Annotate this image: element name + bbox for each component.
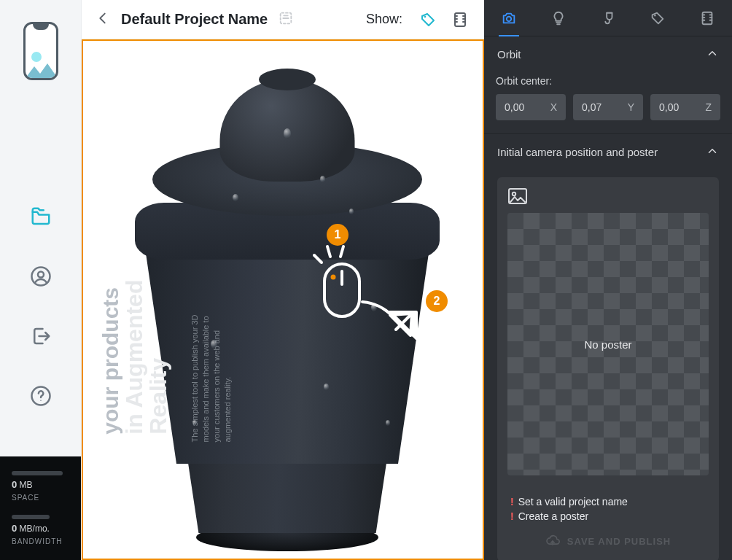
section-orbit-header[interactable]: Orbit (484, 36, 732, 72)
svg-point-17 (513, 192, 515, 195)
poster-dropzone[interactable]: No poster (507, 213, 709, 475)
svg-line-12 (340, 246, 343, 257)
svg-point-1 (38, 272, 44, 278)
show-label: Show: (366, 12, 402, 27)
app-sidebar: 0 MB SPACE 0 MB/mo. BANDWIDTH (0, 0, 82, 560)
viewport-canvas[interactable]: your products in Augmented Reality The s… (82, 39, 484, 560)
orbit-x-input[interactable]: 0,00X (496, 94, 566, 120)
hint-badge-1: 1 (327, 224, 349, 246)
logout-icon[interactable] (28, 324, 53, 349)
top-bar: Default Project Name Show: (82, 0, 484, 39)
inspector-panel: Orbit Orbit center: 0,00X 0,07Y 0,00Z In… (484, 0, 732, 560)
space-value: 0 (12, 479, 17, 490)
help-icon[interactable] (28, 384, 53, 408)
orbit-y-input[interactable]: 0,07Y (573, 94, 643, 120)
svg-point-13 (507, 16, 511, 20)
section-camera-title: Initial camera position and poster (497, 146, 658, 158)
section-orbit-title: Orbit (497, 48, 521, 61)
tab-lighting-icon[interactable] (542, 0, 575, 36)
section-camera: Initial camera position and poster No po… (484, 134, 732, 560)
section-orbit: Orbit Orbit center: 0,00X 0,07Y 0,00Z (484, 36, 732, 134)
bandwidth-label: BANDWIDTH (12, 537, 69, 545)
user-circle-icon[interactable] (28, 264, 53, 289)
folder-open-icon[interactable] (28, 204, 53, 229)
project-title[interactable]: Default Project Name (121, 11, 268, 28)
image-placeholder-icon[interactable] (507, 187, 709, 207)
svg-point-5 (424, 15, 427, 18)
hint-badge-2: 2 (426, 290, 448, 312)
toggle-dimensions-icon[interactable] (449, 9, 471, 31)
poster-card: No poster !Set a valid project name !Cre… (497, 177, 719, 560)
alert-create-poster: !Create a poster (510, 510, 706, 522)
toggle-tags-icon[interactable] (417, 9, 439, 31)
svg-point-14 (654, 15, 655, 16)
back-icon[interactable] (95, 10, 111, 29)
orbit-center-label: Orbit center: (496, 75, 720, 87)
svg-point-8 (331, 275, 336, 280)
svg-line-11 (327, 246, 330, 257)
tab-materials-icon[interactable] (592, 0, 624, 36)
svg-line-10 (314, 255, 322, 262)
orbit-hint-icon (311, 245, 435, 365)
save-and-publish-button[interactable]: SAVE AND PUBLISH (507, 534, 709, 548)
edit-title-icon[interactable] (278, 10, 294, 29)
tab-camera-icon[interactable] (493, 0, 525, 36)
bandwidth-unit: MB/mo. (20, 524, 50, 534)
svg-point-3 (40, 400, 42, 402)
tab-dimensions-icon[interactable] (691, 0, 723, 36)
tab-hotspots-icon[interactable] (642, 0, 674, 36)
chevron-up-icon (706, 47, 719, 62)
inspector-tabs (484, 0, 732, 36)
chevron-up-icon (706, 144, 719, 160)
sleeve-headline: your products in Augmented Reality (99, 280, 171, 435)
poster-empty-text: No poster (584, 338, 631, 351)
sidebar-usage-footer: 0 MB SPACE 0 MB/mo. BANDWIDTH (0, 456, 81, 560)
bandwidth-value: 0 (12, 523, 17, 534)
section-camera-header[interactable]: Initial camera position and poster (484, 134, 732, 170)
space-unit: MB (20, 480, 33, 490)
alert-project-name: !Set a valid project name (510, 496, 706, 508)
orbit-z-input[interactable]: 0,00Z (650, 94, 720, 120)
save-and-publish-label: SAVE AND PUBLISH (567, 536, 671, 547)
device-preview-phone[interactable] (23, 22, 58, 80)
space-label: SPACE (12, 494, 69, 502)
